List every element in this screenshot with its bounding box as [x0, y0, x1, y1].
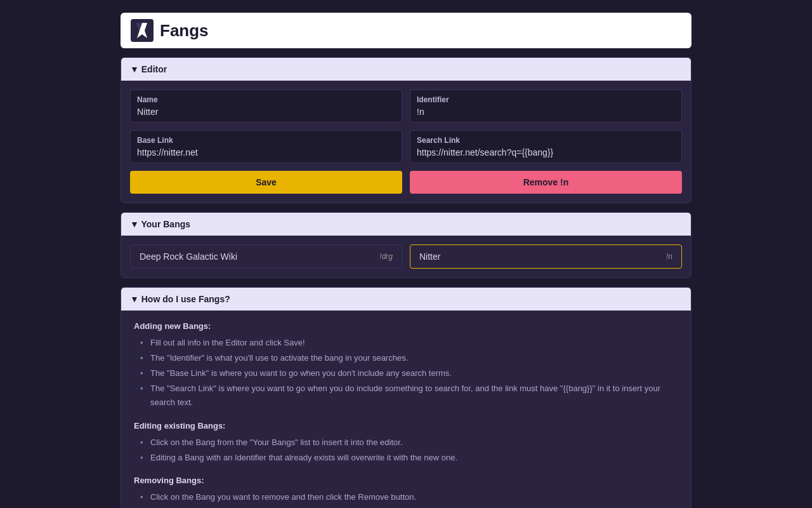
app-container: Fangs ▼ Editor Name Nitter Identifier !n… [121, 13, 691, 508]
search-link-value[interactable]: https://nitter.net/search?q={{bang}} [417, 147, 675, 157]
base-link-field-group: Base Link https://nitter.net [130, 130, 402, 163]
your-bangs-section-header[interactable]: ▼ Your Bangs [121, 213, 691, 236]
app-header: Fangs [121, 13, 691, 48]
howto-list-item: Click on the Bang you want to remove and… [140, 490, 678, 504]
identifier-value[interactable]: !n [417, 107, 675, 117]
bang-item-name: Nitter [419, 251, 440, 262]
name-field-group: Name Nitter [130, 90, 402, 123]
remove-button[interactable]: Remove !n [410, 171, 682, 194]
editor-row-2: Base Link https://nitter.net Search Link… [130, 130, 682, 163]
editor-section-body: Name Nitter Identifier !n Base Link http… [121, 81, 691, 203]
howto-list-item: The "Search Link" is where you want to g… [140, 382, 678, 410]
bang-item-name: Deep Rock Galactic Wiki [140, 251, 237, 262]
howto-list-item: The "Identifier" is what you'll use to a… [140, 351, 678, 365]
base-link-value[interactable]: https://nitter.net [137, 147, 395, 157]
howto-body: Adding new Bangs: Fill out all info in t… [121, 311, 691, 508]
identifier-label: Identifier [417, 95, 675, 104]
editor-section-label: ▼ Editor [130, 64, 167, 74]
editor-section: ▼ Editor Name Nitter Identifier !n Base … [121, 57, 691, 203]
howto-list-item: Fill out all info in the Editor and clic… [140, 336, 678, 350]
base-link-label: Base Link [137, 136, 395, 145]
bang-list-item[interactable]: Nitter !n [410, 244, 682, 269]
editor-buttons: Save Remove !n [130, 171, 682, 194]
howto-section: ▼ How do I use Fangs? Adding new Bangs: … [121, 287, 691, 508]
howto-list-item: Editing a Bang with an Identifier that a… [140, 451, 678, 465]
howto-section-label: ▼ How do I use Fangs? [130, 294, 230, 304]
identifier-field-group: Identifier !n [410, 90, 682, 123]
app-title: Fangs [160, 21, 209, 41]
howto-section-header[interactable]: ▼ How do I use Fangs? [121, 288, 691, 311]
search-link-field-group: Search Link https://nitter.net/search?q=… [410, 130, 682, 163]
editor-section-header[interactable]: ▼ Editor [121, 58, 691, 81]
search-link-label: Search Link [417, 136, 675, 145]
fangs-logo-icon [131, 19, 154, 42]
removing-list: Click on the Bang you want to remove and… [134, 490, 678, 504]
name-value[interactable]: Nitter [137, 107, 395, 117]
adding-title: Adding new Bangs: [134, 319, 678, 333]
name-label: Name [137, 95, 395, 104]
bang-item-id: !drg [379, 252, 393, 261]
removing-title: Removing Bangs: [134, 474, 678, 488]
bang-item-id: !n [666, 252, 672, 261]
editing-title: Editing existing Bangs: [134, 419, 678, 433]
bang-list-item[interactable]: Deep Rock Galactic Wiki !drg [130, 244, 402, 269]
howto-list-item: Click on the Bang from the "Your Bangs" … [140, 436, 678, 450]
your-bangs-section: ▼ Your Bangs Deep Rock Galactic Wiki !dr… [121, 212, 691, 278]
howto-list-item: The "Base Link" is where you want to go … [140, 366, 678, 380]
your-bangs-body: Deep Rock Galactic Wiki !drg Nitter !n [121, 236, 691, 277]
your-bangs-label: ▼ Your Bangs [130, 219, 190, 229]
save-button[interactable]: Save [130, 171, 402, 194]
bangs-list: Deep Rock Galactic Wiki !drg Nitter !n [130, 244, 682, 269]
editor-row-1: Name Nitter Identifier !n [130, 90, 682, 123]
editing-list: Click on the Bang from the "Your Bangs" … [134, 436, 678, 465]
adding-list: Fill out all info in the Editor and clic… [134, 336, 678, 410]
